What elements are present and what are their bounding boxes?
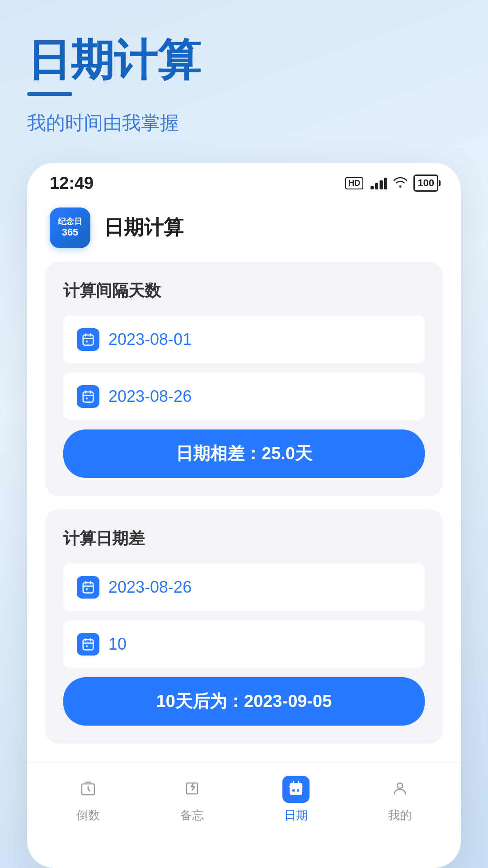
status-icons: HD 100	[345, 175, 438, 192]
signal-bar-4	[384, 178, 387, 189]
nav-icon-mine-wrapper	[386, 776, 413, 803]
date-field-3[interactable]: 2023-08-26	[63, 563, 425, 611]
nav-label-mine: 我的	[388, 807, 412, 823]
nav-label-countdown: 倒数	[76, 807, 100, 823]
card1-date2: 2023-08-26	[108, 387, 192, 406]
page-wrapper: 日期计算 我的时间由我掌握 12:49 HD	[0, 0, 488, 868]
app-icon-line1: 纪念日	[58, 217, 82, 227]
hd-badge: HD	[345, 177, 363, 189]
app-header: 纪念日 365 日期计算	[27, 200, 461, 262]
card1-result-text: 日期相差：25.0天	[176, 444, 312, 463]
calendar-icon-2	[77, 385, 99, 408]
svg-rect-10	[292, 789, 295, 792]
date-icon	[288, 780, 304, 798]
signal-bar-2	[375, 183, 378, 189]
title-underline	[27, 92, 72, 96]
battery-icon: 100	[413, 175, 438, 192]
nav-label-date: 日期	[284, 807, 308, 823]
date-field-2[interactable]: 2023-08-26	[63, 373, 425, 420]
signal-icon	[371, 177, 387, 189]
phone-mockup: 12:49 HD 100	[27, 163, 461, 868]
svg-rect-4	[83, 583, 94, 593]
svg-rect-6	[83, 640, 94, 650]
nav-item-countdown[interactable]: 倒数	[36, 776, 140, 823]
svg-rect-9	[290, 783, 302, 795]
wifi-icon	[393, 175, 408, 191]
svg-rect-1	[86, 340, 88, 342]
mine-icon	[392, 780, 408, 798]
nav-label-memo: 备忘	[180, 807, 204, 823]
nav-item-mine[interactable]: 我的	[348, 776, 452, 823]
card2-result-text: 10天后为：2023-09-05	[156, 692, 332, 711]
card1-date1: 2023-08-01	[108, 330, 192, 349]
signal-bar-3	[380, 180, 383, 189]
calendar-icon-1	[77, 328, 99, 351]
card2-days-input: 10	[108, 635, 127, 654]
nav-icon-date-wrapper	[282, 776, 310, 803]
memo-icon	[184, 780, 200, 798]
nav-item-date[interactable]: 日期	[244, 776, 348, 823]
countdown-icon	[80, 780, 96, 798]
nav-icon-countdown-wrapper	[75, 776, 102, 803]
card1-title: 计算间隔天数	[63, 280, 425, 302]
bottom-nav: 倒数 备忘	[27, 762, 461, 832]
nav-item-memo[interactable]: 备忘	[140, 776, 244, 823]
signal-bar-1	[371, 186, 374, 189]
app-icon: 纪念日 365	[50, 208, 90, 248]
page-subtitle: 我的时间由我掌握	[27, 110, 461, 136]
svg-rect-7	[86, 645, 88, 647]
days-input-field[interactable]: 10	[63, 620, 425, 668]
svg-rect-0	[83, 335, 94, 345]
svg-rect-11	[297, 789, 299, 792]
card2-result-button: 10天后为：2023-09-05	[63, 677, 425, 726]
nav-icon-memo-wrapper	[178, 776, 206, 803]
calendar-icon-4	[77, 633, 99, 656]
card-date-diff: 计算日期差 2023-08-26 10 10天后为：2023-09-05	[45, 509, 443, 744]
card2-title: 计算日期差	[63, 528, 425, 550]
app-icon-line2: 365	[62, 226, 79, 238]
app-title: 日期计算	[104, 214, 183, 241]
status-time: 12:49	[50, 174, 94, 193]
svg-rect-5	[86, 588, 88, 590]
svg-rect-2	[83, 392, 94, 402]
page-title: 日期计算	[27, 36, 461, 84]
date-field-1[interactable]: 2023-08-01	[63, 316, 425, 363]
battery-level: 100	[418, 177, 434, 189]
content-area: 计算间隔天数 2023-08-01 2023-08-26 日期相差：25.0天	[27, 262, 461, 744]
card-interval-days: 计算间隔天数 2023-08-01 2023-08-26 日期相差：25.0天	[45, 262, 443, 496]
svg-rect-3	[86, 397, 88, 399]
card2-date1: 2023-08-26	[108, 578, 192, 597]
svg-point-12	[397, 783, 403, 788]
calendar-icon-3	[77, 576, 99, 599]
status-bar: 12:49 HD 100	[27, 163, 461, 200]
card1-result-button: 日期相差：25.0天	[63, 429, 425, 478]
